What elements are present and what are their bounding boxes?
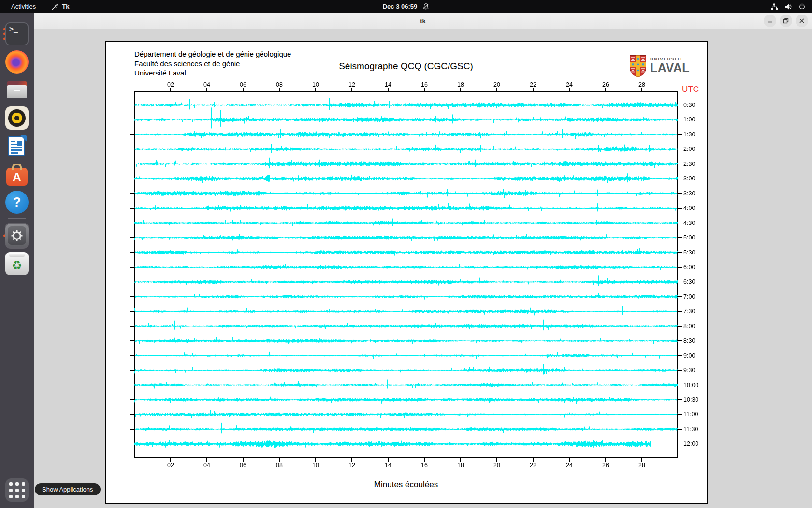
utc-row-label: 3:30 [683,190,695,197]
x-tick-label: 24 [566,81,573,88]
dock-item-trash[interactable]: ♻ [2,250,32,278]
dock-item-terminal[interactable]: >_ [2,20,32,48]
tick-mark [279,457,280,462]
system-status-menu[interactable] [770,3,806,11]
tick-mark [130,399,135,400]
clock-menu[interactable]: Dec 3 06:59 [383,3,430,10]
tick-mark [605,88,606,92]
utc-row-label: 10:30 [683,396,698,403]
tick-mark [677,179,682,179]
dock-item-help[interactable]: ? [2,188,32,216]
x-tick-label: 18 [457,462,464,469]
x-tick-label: 18 [457,81,464,88]
tick-mark [170,88,171,92]
x-tick-label: 22 [530,81,536,88]
terminal-icon: >_ [5,22,29,45]
tick-mark [130,237,135,238]
utc-row-label: 4:00 [683,205,695,211]
dock-item-firefox[interactable] [2,48,32,76]
utc-row-label: 7:00 [683,293,695,300]
show-applications-tooltip: Show Applications [35,483,101,495]
activities-button[interactable]: Activities [8,2,39,11]
dock: >_ A ? [0,13,34,508]
x-tick-label: 20 [493,81,500,88]
tick-mark [130,252,135,253]
plot-title: Séismographe QCQ (CGC/GSC) [339,61,473,72]
tick-mark [677,267,682,268]
show-applications-icon [5,478,29,502]
tick-mark [315,457,316,462]
utc-row-label: 3:00 [683,175,695,182]
laval-shield-icon [629,55,647,78]
x-tick-label: 16 [421,462,428,469]
tick-mark [130,223,135,224]
top-bar: Activities Tk Dec 3 06:59 [0,0,812,13]
window-titlebar[interactable]: tk [34,13,812,29]
tick-mark [388,457,389,462]
tick-mark [605,457,606,462]
trash-icon: ♻ [5,252,29,275]
dock-item-settings[interactable] [2,222,32,250]
tick-mark [641,457,642,462]
universite-laval-logo: UNIVERSITÉ LAVAL [629,55,690,78]
dock-item-files[interactable] [2,76,32,104]
tick-mark [460,457,461,462]
x-tick-label: 10 [312,462,319,469]
dock-item-rhythmbox[interactable] [2,104,32,132]
x-tick-label: 06 [240,462,246,469]
tick-mark [206,88,207,92]
utc-row-label: 0:30 [683,102,695,108]
close-button[interactable] [796,15,808,27]
settings-gear-icon [5,224,29,247]
tick-mark [677,252,682,253]
focused-app-menu[interactable]: Tk [51,3,69,10]
tick-mark [424,457,425,462]
maximize-button[interactable] [780,15,792,27]
tick-mark [243,88,244,92]
tick-mark [130,444,135,445]
tick-mark [496,457,497,462]
x-tick-label: 12 [348,462,355,469]
utc-row-label: 7:30 [683,308,695,314]
show-applications-button[interactable] [2,476,32,504]
tick-mark [677,385,682,386]
tick-mark [677,120,682,120]
tick-mark [388,88,389,92]
tick-mark [677,193,682,194]
x-tick-label: 02 [167,81,174,88]
tick-mark [130,414,135,415]
x-tick-label: 08 [276,462,283,469]
libreoffice-writer-icon [5,134,29,158]
tick-mark [677,208,682,209]
x-tick-label: 16 [421,81,428,88]
seismograph-figure: Département de géologie et de génie géol… [105,41,708,504]
x-tick-label: 22 [530,462,536,469]
ubuntu-software-icon: A [5,163,29,186]
minimize-button[interactable] [764,15,776,27]
tick-mark [677,134,682,135]
tick-mark [677,105,682,105]
x-tick-label: 12 [348,81,355,88]
tick-mark [130,267,135,268]
volume-icon [784,3,792,11]
utc-row-label: 10:00 [683,382,698,388]
tick-mark [130,179,135,179]
notifications-muted-icon [422,3,429,10]
tick-mark [677,149,682,150]
x-tick-label: 28 [638,81,645,88]
institution-line-3: Université Laval [134,68,291,78]
tick-mark [569,457,570,462]
power-icon [798,3,806,10]
tick-mark [170,457,171,462]
dock-item-ubuntu-software[interactable]: A [2,160,32,188]
utc-row-label: 12:00 [683,440,698,447]
network-icon [770,3,778,11]
utc-row-label: 2:00 [683,146,695,152]
tick-mark [130,164,135,164]
x-tick-label: 14 [385,81,392,88]
tick-mark [130,340,135,341]
dock-item-libreoffice-writer[interactable] [2,132,32,160]
x-tick-label: 14 [385,462,392,469]
tick-mark [677,355,682,356]
window-content: Département de géologie et de génie géol… [34,30,812,508]
